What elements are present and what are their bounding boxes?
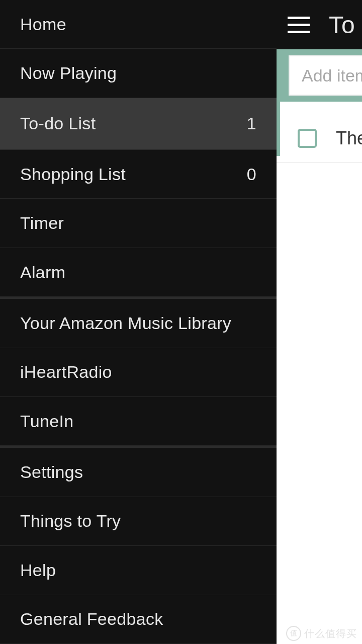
sidebar-item-label: TuneIn bbox=[20, 412, 73, 431]
sidebar-item-now-playing[interactable]: Now Playing bbox=[0, 49, 277, 98]
sidebar-item-label: Help bbox=[20, 560, 56, 580]
add-item-input[interactable] bbox=[289, 55, 362, 96]
sidebar-item-settings[interactable]: Settings bbox=[0, 448, 277, 497]
watermark-badge: 值 bbox=[286, 626, 301, 641]
sidebar: Home Now Playing To-do List 1 Shopping L… bbox=[0, 0, 277, 644]
list-item[interactable]: The bbox=[277, 117, 362, 163]
sidebar-item-label: General Feedback bbox=[20, 609, 163, 629]
sidebar-item-label: Settings bbox=[20, 462, 83, 482]
sidebar-item-todo-list[interactable]: To-do List 1 bbox=[0, 98, 277, 150]
list-item-text: The bbox=[336, 128, 362, 149]
page-title: To bbox=[329, 11, 355, 39]
sidebar-item-label: Shopping List bbox=[20, 165, 126, 184]
sidebar-item-label: Timer bbox=[20, 213, 64, 233]
hamburger-icon[interactable] bbox=[288, 17, 310, 33]
main-content: To The bbox=[277, 0, 362, 644]
sidebar-item-music-library[interactable]: Your Amazon Music Library bbox=[0, 299, 277, 348]
watermark: 值 什么值得买 bbox=[286, 626, 357, 641]
sidebar-item-home[interactable]: Home bbox=[0, 0, 277, 49]
sidebar-item-iheartradio[interactable]: iHeartRadio bbox=[0, 348, 277, 397]
watermark-text: 什么值得买 bbox=[304, 627, 357, 640]
content-header: To bbox=[277, 0, 362, 49]
sidebar-item-things-to-try[interactable]: Things to Try bbox=[0, 497, 277, 546]
sidebar-item-label: iHeartRadio bbox=[20, 362, 112, 382]
todo-list: The bbox=[277, 102, 362, 163]
sidebar-item-label: Things to Try bbox=[20, 511, 121, 531]
sidebar-item-general-feedback[interactable]: General Feedback bbox=[0, 595, 277, 644]
active-indicator bbox=[277, 101, 280, 156]
sidebar-item-label: To-do List bbox=[20, 114, 96, 133]
sidebar-item-timer[interactable]: Timer bbox=[0, 199, 277, 248]
sidebar-item-badge: 1 bbox=[247, 114, 256, 133]
sidebar-item-alarm[interactable]: Alarm bbox=[0, 248, 277, 297]
sidebar-item-label: Now Playing bbox=[20, 63, 117, 83]
sidebar-item-label: Alarm bbox=[20, 263, 65, 282]
sidebar-item-label: Home bbox=[20, 15, 66, 34]
sidebar-item-shopping-list[interactable]: Shopping List 0 bbox=[0, 150, 277, 199]
sidebar-item-help[interactable]: Help bbox=[0, 546, 277, 595]
add-item-bar bbox=[277, 49, 362, 102]
sidebar-item-badge: 0 bbox=[247, 165, 256, 184]
sidebar-item-label: Your Amazon Music Library bbox=[20, 313, 231, 333]
checkbox-icon[interactable] bbox=[298, 129, 317, 148]
sidebar-item-tunein[interactable]: TuneIn bbox=[0, 397, 277, 446]
